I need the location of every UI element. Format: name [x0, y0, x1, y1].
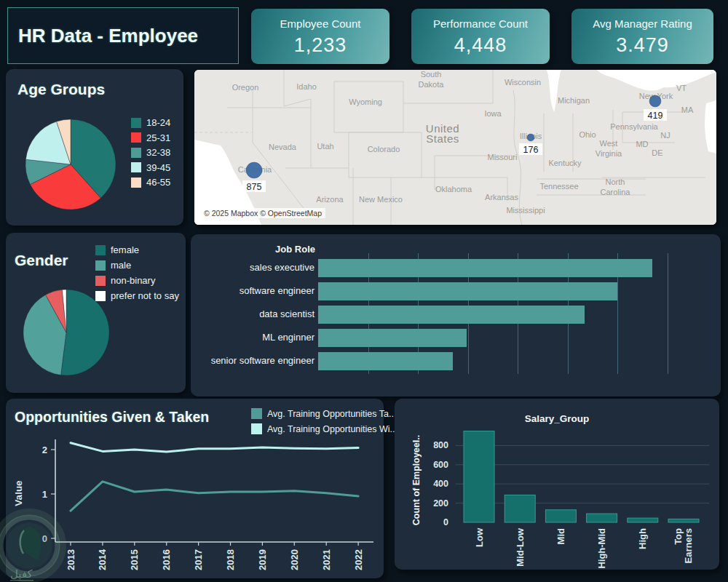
y-tick-label: 1: [42, 489, 47, 500]
gender-panel: Gender femalemalenon-binaryprefer not to…: [6, 233, 186, 393]
salary-bar-mid[interactable]: [545, 510, 576, 522]
job-role-category-label: senior software engineer: [192, 355, 314, 366]
legend-label: male: [111, 260, 131, 271]
page-title: HR Data - Employee: [18, 25, 198, 47]
gender-legend: femalemalenon-binaryprefer not to say: [95, 244, 179, 306]
age-groups-legend: 18-2425-3132-3839-4546-55: [131, 117, 170, 192]
x-tick-label-2015: 2015: [129, 549, 140, 570]
kpi-value: 3.479: [571, 34, 713, 57]
x-tick-label-2013: 2013: [66, 549, 76, 570]
hr-dashboard: HR Data - Employee Employee Count 1,233 …: [0, 0, 728, 582]
x-tick-label-2021: 2021: [321, 549, 332, 570]
job-role-category-label: sales executive: [192, 262, 314, 273]
job-role-bar-ml-enginner[interactable]: [318, 329, 467, 347]
map-marker-value: 176: [523, 145, 539, 155]
x-tick-label-2019: 2019: [257, 549, 268, 570]
map-label-wisconsin: Wisconsin: [505, 78, 541, 87]
salary-x-tick-label-top-earners: Top: [673, 528, 684, 545]
legend-swatch: [131, 178, 141, 188]
salary-bar-mid-low[interactable]: [505, 495, 535, 522]
us-map[interactable]: OregonIdahoWyomingSouthDakotaWisconsinMi…: [194, 70, 716, 225]
kpi-label: Performance Count: [411, 17, 550, 30]
job-role-bar-sales-executive[interactable]: [318, 259, 652, 277]
legend-item-male[interactable]: male: [95, 260, 179, 271]
job-role-axis-title: Job Role: [191, 244, 315, 255]
job-role-panel: Job Role sales executivesoftware enginee…: [191, 234, 721, 396]
kpi-card-performance-count: Performance Count 4,448: [411, 9, 550, 64]
map-label-missouri: Missouri: [488, 153, 518, 162]
salary-chart-title: Salary_Group: [525, 413, 590, 424]
salary-bar-high-mid[interactable]: [587, 514, 617, 522]
legend-item-prefer-not-to-say[interactable]: prefer not to say: [95, 290, 179, 301]
legend-label: 32-38: [146, 147, 170, 158]
x-tick-label-2018: 2018: [225, 549, 236, 570]
salary-y-tick-label: 800: [433, 440, 448, 450]
salary-x-tick-label-mid: Mid: [555, 528, 566, 544]
map-label-arkansas: Arkansas: [485, 193, 518, 202]
job-role-bar-data-scientist[interactable]: [318, 306, 585, 324]
salary-x-tick-label-low: Low: [474, 527, 485, 547]
legend-item-non-binary[interactable]: non-binary: [95, 275, 179, 286]
legend-label: 46-55: [146, 177, 170, 188]
salary-x-tick-label-high-mid: High-Mid: [596, 528, 607, 569]
legend-label: 25-31: [146, 132, 170, 143]
map-label-new-mexico: New Mexico: [359, 195, 403, 204]
x-tick-label-2016: 2016: [161, 549, 172, 570]
salary-y-axis-title: Count of EmployeeI..: [411, 435, 422, 525]
map-label-oklahoma: Oklahoma: [435, 185, 472, 194]
legend-item-46-55[interactable]: 46-55: [131, 177, 170, 188]
map-marker-419[interactable]: [649, 95, 661, 107]
map-attribution[interactable]: © 2025 Mapbox © OpenStreetMap: [200, 208, 325, 218]
salary-x-tick-label-mid-low: Mid-Low: [515, 527, 526, 567]
legend-item-32-38[interactable]: 32-38: [131, 147, 170, 158]
map-marker-875[interactable]: [246, 162, 262, 178]
map-label-pennsylvania: Pennsylvania: [610, 122, 658, 131]
legend-swatch: [95, 245, 106, 255]
map-label-kentucky: Kentucky: [548, 159, 582, 167]
legend-item-25-31[interactable]: 25-31: [131, 132, 170, 143]
map-label-oregon: Oregon: [232, 83, 259, 92]
map-label-arizona: Arizona: [316, 195, 344, 204]
legend-label: 18-24: [146, 117, 170, 128]
legend-item-female[interactable]: female: [95, 244, 179, 255]
map-label-tennessee: Tennessee: [539, 182, 578, 191]
legend-swatch: [131, 118, 141, 128]
job-role-category-label: data scientist: [192, 308, 314, 319]
opportunities-line-chart: 012Value20132014201520162017201820192020…: [6, 399, 384, 578]
map-label-united-states: UnitedStates: [426, 122, 459, 145]
line-series-avg-training-opportunities-wi[interactable]: [71, 443, 358, 452]
map-label-nj: NJ: [660, 131, 670, 140]
kpi-value: 4,448: [411, 34, 550, 57]
salary-y-tick-label: 600: [433, 460, 448, 470]
legend-label: non-binary: [111, 275, 155, 286]
x-tick-label-2014: 2014: [97, 549, 108, 570]
map-label-michigan: Michigan: [558, 96, 590, 105]
kpi-label: Employee Count: [251, 17, 389, 30]
map-marker-176[interactable]: [527, 134, 534, 141]
map-marker-value: 875: [247, 182, 262, 192]
job-role-bar-software-engineer[interactable]: [318, 282, 617, 300]
legend-item-18-24[interactable]: 18-24: [131, 117, 170, 128]
salary-y-tick-label: 400: [433, 479, 448, 489]
gender-title: Gender: [15, 252, 68, 269]
salary-bar-high[interactable]: [628, 518, 658, 522]
map-label-ohio: Ohio: [579, 130, 596, 139]
legend-label: female: [111, 244, 139, 255]
salary-bar-top-earners[interactable]: [668, 519, 699, 522]
map-label-ma: MA: [681, 105, 694, 114]
employee-location-map[interactable]: OregonIdahoWyomingSouthDakotaWisconsinMi…: [194, 70, 716, 225]
job-role-category-label: software engineer: [192, 285, 314, 296]
map-label-nevada: Nevada: [269, 143, 297, 151]
map-label-vt: VT: [676, 84, 687, 92]
legend-label: 39-45: [146, 162, 170, 173]
legend-swatch: [95, 260, 106, 271]
kpi-card-avg-manager-rating: Avg Manager Rating 3.479: [571, 9, 713, 64]
opportunities-panel: Opportunities Given & Taken Avg. Trainin…: [6, 399, 384, 578]
job-role-bar-senior-software-engineer[interactable]: [318, 352, 453, 370]
legend-label: prefer not to say: [111, 290, 179, 301]
job-role-category-label: ML enginner: [192, 332, 314, 343]
salary-bar-low[interactable]: [464, 431, 494, 522]
kpi-value: 1,233: [251, 34, 389, 57]
line-series-avg-training-opportunities-ta[interactable]: [71, 482, 358, 511]
legend-item-39-45[interactable]: 39-45: [131, 162, 170, 173]
